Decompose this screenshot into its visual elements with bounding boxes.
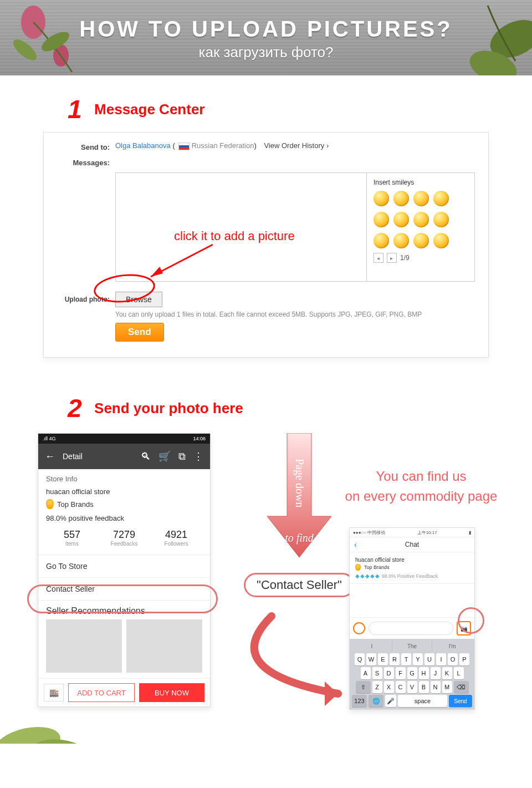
search-icon[interactable]: 🔍︎ [141, 451, 151, 462]
kbd-key[interactable]: H [419, 667, 429, 679]
kbd-suggestion[interactable]: The [392, 641, 433, 652]
metric-feedbacks-value: 7279 [98, 529, 150, 541]
chat-back-icon[interactable]: ‹ [354, 540, 357, 549]
kbd-send-key[interactable]: Send [449, 695, 472, 707]
kbd-key[interactable]: F [396, 667, 406, 679]
smiley-icon[interactable] [433, 212, 449, 227]
smiley-icon[interactable] [413, 233, 429, 248]
kbd-key[interactable]: P [459, 653, 469, 665]
phone-mockup-store: .ıll 4G 14:06 ← Detail 🔍︎ 🛒 ⧉ ⋮ Store In… [38, 433, 211, 707]
kbd-key[interactable]: C [396, 681, 406, 693]
svg-marker-7 [151, 267, 163, 277]
kbd-key[interactable]: Q [355, 653, 365, 665]
chat-input[interactable] [369, 622, 453, 635]
kbd-key[interactable]: A [361, 667, 371, 679]
kbd-mic-key[interactable]: 🎤 [385, 695, 396, 707]
kbd-key[interactable]: J [431, 667, 441, 679]
diamonds-icon: ◆◆◆◆◆ [355, 573, 380, 579]
step1-heading: 1 Message Center [68, 94, 532, 124]
flag-icon [178, 143, 190, 150]
phone1-top-bar: ← Detail 🔍︎ 🛒 ⧉ ⋮ [38, 444, 210, 469]
upload-row: Upload photo: Browse [57, 292, 475, 307]
kbd-space-key[interactable]: space [398, 695, 447, 707]
view-order-history-link[interactable]: View Order History › [264, 141, 329, 150]
kbd-key[interactable]: L [454, 667, 464, 679]
store-info-title: Store Info [46, 475, 202, 483]
kbd-key[interactable]: G [407, 667, 417, 679]
kbd-key[interactable]: M [442, 681, 452, 693]
kbd-key[interactable]: Z [372, 681, 382, 693]
smiley-icon[interactable] [433, 191, 449, 206]
metric-feedbacks-label: Feedbacks [98, 541, 150, 547]
flower-top-left [0, 0, 105, 75]
order-history-text: View Order History [264, 141, 324, 150]
smiley-icon[interactable] [393, 233, 409, 248]
kbd-globe-key[interactable]: 🌐 [369, 695, 383, 707]
kbd-key[interactable]: W [366, 653, 376, 665]
smiley-icon[interactable] [413, 191, 429, 206]
go-to-store-link[interactable]: Go To Store [38, 555, 210, 578]
smileys-title: Insert smileys [374, 179, 468, 186]
smiley-icon[interactable] [374, 212, 389, 227]
kbd-key[interactable]: U [424, 653, 434, 665]
kbd-key[interactable]: I [436, 653, 446, 665]
metric-items-value: 557 [46, 529, 98, 541]
smiley-icon[interactable] [433, 233, 449, 248]
kbd-key[interactable]: K [442, 667, 452, 679]
annotation-arrow-icon [141, 241, 218, 286]
phone1-title: Detail [63, 452, 83, 461]
messages-label: Messages: [57, 157, 115, 167]
kbd-suggestion[interactable]: I [352, 641, 392, 652]
kbd-key[interactable]: D [384, 667, 394, 679]
kbd-suggestion[interactable]: I'm [432, 641, 472, 652]
cart-icon[interactable]: 🛒 [158, 450, 171, 462]
product-thumb[interactable] [126, 619, 202, 673]
smiley-icon[interactable] [374, 191, 389, 206]
message-center-panel: Send to: Olga Balabanova (Russian Federa… [43, 132, 489, 358]
kbd-key[interactable]: S [372, 667, 382, 679]
kbd-key[interactable]: T [401, 653, 411, 665]
kbd-123-key[interactable]: 123 [352, 695, 367, 707]
kbd-key[interactable]: Y [413, 653, 423, 665]
contact-seller-link[interactable]: Contact Seller [38, 578, 210, 601]
back-icon[interactable]: ← [45, 451, 55, 462]
medal-icon [46, 499, 54, 509]
pager-next-button[interactable]: ▸ [387, 253, 397, 263]
pager-text: 1/9 [400, 254, 410, 262]
chat-store-name: huacan official store [355, 557, 469, 563]
smiley-icon[interactable] [393, 212, 409, 227]
phone2-carrier: ●●●○○ 中国移动 [353, 530, 385, 536]
phone2-time: 上午10:17 [417, 530, 437, 536]
kbd-key[interactable]: X [384, 681, 394, 693]
kbd-key[interactable]: R [390, 653, 400, 665]
smileys-panel: Insert smileys ◂ ▸ 1/9 [367, 172, 475, 282]
kbd-key[interactable]: B [419, 681, 429, 693]
kbd-key[interactable]: N [431, 681, 441, 693]
smiley-icon[interactable] [413, 212, 429, 227]
more-icon[interactable]: ⋮ [193, 450, 203, 462]
smiley-icon[interactable] [374, 233, 389, 248]
recipient-country: Russian Federation [192, 141, 254, 150]
flower-top-right [432, 0, 532, 75]
kbd-key[interactable]: V [407, 681, 417, 693]
send-button[interactable]: Send [115, 323, 164, 342]
svg-point-3 [10, 36, 40, 64]
seller-recommendations-title: Seller Recommendations [46, 606, 202, 616]
step2-label: Send your photo here [94, 400, 243, 417]
chat-body [350, 584, 474, 617]
find-us-line2: on every commodity page [327, 486, 515, 506]
emoji-icon[interactable] [353, 622, 365, 634]
kbd-shift-key[interactable]: ⇧ [356, 681, 371, 693]
smiley-icon[interactable] [393, 191, 409, 206]
share-icon[interactable]: ⧉ [178, 451, 186, 462]
product-thumb[interactable] [46, 619, 122, 673]
browse-button[interactable]: Browse [115, 292, 162, 307]
pager-prev-button[interactable]: ◂ [374, 253, 383, 263]
kbd-backspace-key[interactable]: ⌫ [454, 681, 469, 693]
kbd-key[interactable]: O [448, 653, 458, 665]
metric-items-label: items [46, 541, 98, 547]
recipient-name[interactable]: Olga Balabanova [115, 141, 171, 150]
kbd-key[interactable]: E [378, 653, 388, 665]
buy-now-button[interactable]: BUY NOW [139, 683, 204, 702]
store-name: huacan official store [46, 487, 202, 496]
